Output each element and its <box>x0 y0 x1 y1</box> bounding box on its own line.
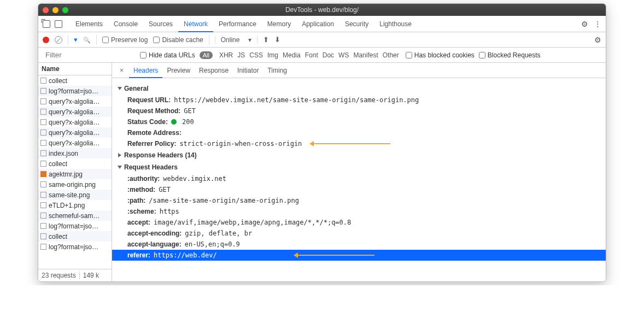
filter-type-ws[interactable]: WS <box>336 51 351 59</box>
path-key: :path: <box>127 197 145 204</box>
inspect-element-icon[interactable] <box>43 20 50 28</box>
referer-key: referer: <box>127 251 150 259</box>
device-toolbar-icon[interactable] <box>55 20 62 28</box>
file-icon <box>40 88 46 94</box>
filter-type-css[interactable]: CSS <box>247 51 265 59</box>
filter-type-all[interactable]: All <box>200 51 213 59</box>
detail-tab-preview[interactable]: Preview <box>162 64 195 77</box>
request-row[interactable]: query?x-algolia… <box>38 107 112 117</box>
image-file-icon <box>40 171 46 177</box>
accept-key: accept: <box>127 219 150 226</box>
request-url-key: Request URL: <box>127 96 171 104</box>
request-row[interactable]: same-site.png <box>38 190 112 200</box>
disclosure-triangle-icon <box>118 166 122 169</box>
request-row[interactable]: query?x-algolia… <box>38 138 112 148</box>
filter-type-font[interactable]: Font <box>303 51 320 59</box>
tab-application[interactable]: Application <box>296 17 339 31</box>
filter-type-xhr[interactable]: XHR <box>217 51 235 59</box>
referer-value: https://web.dev/ <box>154 251 217 259</box>
request-row[interactable]: query?x-algolia… <box>38 127 112 138</box>
tab-sources[interactable]: Sources <box>143 17 178 31</box>
request-row[interactable]: log?format=jso… <box>38 242 112 252</box>
file-icon <box>40 213 46 219</box>
authority-key: :authority: <box>127 175 160 183</box>
request-row[interactable]: same-origin.png <box>38 179 112 190</box>
hide-data-urls-checkbox[interactable]: Hide data URLs <box>140 51 195 59</box>
request-row[interactable]: query?x-algolia… <box>38 96 112 107</box>
filter-type-other[interactable]: Other <box>380 51 401 59</box>
section-request-headers[interactable]: Request Headers <box>118 161 600 173</box>
detail-pane: × HeadersPreviewResponseInitiatorTiming … <box>112 63 606 281</box>
tab-security[interactable]: Security <box>339 17 374 31</box>
request-name: log?format=jso… <box>49 243 98 251</box>
disclosure-triangle-icon <box>118 153 121 157</box>
file-icon <box>40 78 46 84</box>
transferred-size: 149 k <box>79 272 99 279</box>
import-har-icon[interactable]: ⬆ <box>263 36 269 44</box>
file-icon <box>40 233 46 239</box>
filter-type-img[interactable]: Img <box>265 51 280 59</box>
request-name: eTLD+1.png <box>49 202 85 209</box>
request-row[interactable]: eTLD+1.png <box>38 200 112 210</box>
detail-tab-response[interactable]: Response <box>195 64 233 77</box>
detail-tabs: × HeadersPreviewResponseInitiatorTiming <box>112 63 606 78</box>
close-detail-icon[interactable]: × <box>116 67 127 74</box>
tab-network[interactable]: Network <box>178 17 213 32</box>
request-row[interactable]: query?x-algolia… <box>38 117 112 127</box>
tab-lighthouse[interactable]: Lighthouse <box>374 17 417 31</box>
export-har-icon[interactable]: ⬇ <box>274 36 280 44</box>
filter-type-js[interactable]: JS <box>235 51 247 59</box>
divider <box>96 35 97 45</box>
clear-button[interactable] <box>55 36 62 44</box>
blocked-requests-checkbox[interactable]: Blocked Requests <box>479 51 541 59</box>
request-name: collect <box>49 77 67 85</box>
file-icon <box>40 244 46 250</box>
network-settings-gear-icon[interactable] <box>594 36 601 44</box>
request-row[interactable]: schemeful-sam… <box>38 210 112 221</box>
name-column-header[interactable]: Name <box>38 63 112 75</box>
request-name: log?format=jso… <box>49 87 98 95</box>
tab-console[interactable]: Console <box>108 17 143 31</box>
request-name: collect <box>49 160 67 168</box>
has-blocked-cookies-checkbox[interactable]: Has blocked cookies <box>406 51 475 59</box>
section-general[interactable]: General <box>118 83 600 95</box>
authority-value: webdev.imgix.net <box>163 175 226 183</box>
detail-tab-initiator[interactable]: Initiator <box>233 64 263 77</box>
request-row[interactable]: collect <box>38 75 112 86</box>
settings-gear-icon[interactable] <box>581 20 588 28</box>
filter-toggle-icon[interactable]: ▾ <box>74 36 78 44</box>
tab-performance[interactable]: Performance <box>213 17 262 31</box>
scheme-value: https <box>160 208 179 215</box>
filter-type-media[interactable]: Media <box>280 51 303 59</box>
search-icon[interactable] <box>83 36 91 44</box>
filter-type-doc[interactable]: Doc <box>320 51 336 59</box>
method-value: GET <box>159 186 171 193</box>
request-name: index.json <box>49 150 78 157</box>
request-row[interactable]: log?format=jso… <box>38 221 112 231</box>
preserve-log-checkbox[interactable]: Preserve log <box>102 36 148 44</box>
disable-cache-checkbox[interactable]: Disable cache <box>153 36 203 44</box>
detail-tab-timing[interactable]: Timing <box>263 64 291 77</box>
request-row[interactable]: index.json <box>38 148 112 158</box>
tab-elements[interactable]: Elements <box>70 17 108 31</box>
request-row[interactable]: collect <box>38 231 112 242</box>
request-row[interactable]: log?format=jso… <box>38 86 112 96</box>
filter-input[interactable] <box>43 50 136 61</box>
record-button[interactable] <box>43 37 49 43</box>
status-footer: 23 requests 149 k <box>38 269 112 281</box>
referer-row-highlighted: referer:https://web.dev/ <box>112 250 606 261</box>
preserve-log-label: Preserve log <box>111 36 148 44</box>
accept-encoding-value: gzip, deflate, br <box>185 230 252 237</box>
status-dot-icon <box>171 119 177 125</box>
detail-tab-headers[interactable]: Headers <box>129 64 162 78</box>
file-icon <box>40 119 46 125</box>
request-row[interactable]: collect <box>38 158 112 169</box>
tab-memory[interactable]: Memory <box>262 17 296 31</box>
throttling-select[interactable]: Online <box>215 36 258 44</box>
request-list: Name collectlog?format=jso…query?x-algol… <box>38 63 112 281</box>
request-name: query?x-algolia… <box>49 139 99 147</box>
filter-type-manifest[interactable]: Manifest <box>351 51 380 59</box>
more-menu-icon[interactable] <box>594 20 601 28</box>
section-response-headers[interactable]: Response Headers (14) <box>118 149 600 161</box>
request-row[interactable]: agektmr.jpg <box>38 169 112 179</box>
